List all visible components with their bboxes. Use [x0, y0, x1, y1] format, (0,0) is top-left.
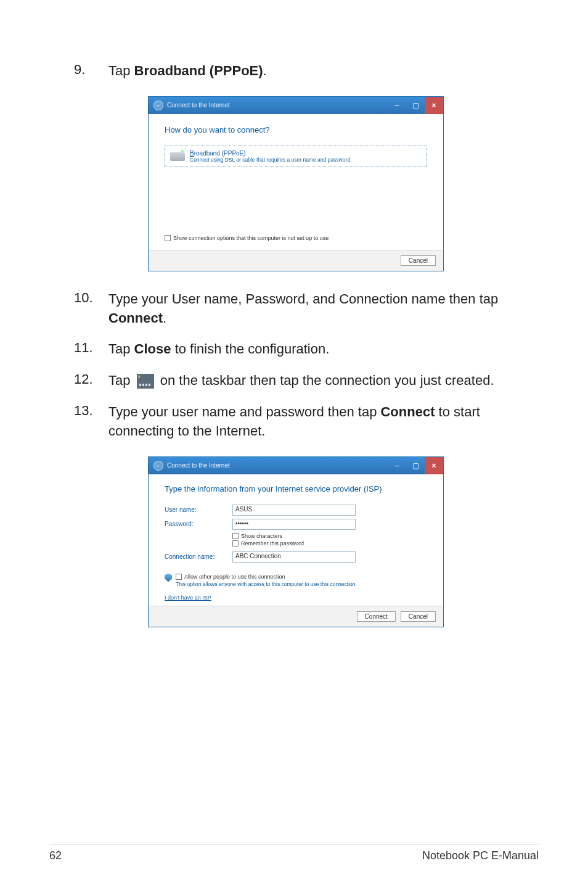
step-number: 10. — [74, 290, 108, 328]
step-text: Tap Close to finish the configuration. — [108, 340, 539, 359]
show-characters-checkbox[interactable]: Show characters — [232, 533, 427, 539]
step-number: 9. — [74, 62, 108, 81]
checkbox-icon[interactable] — [232, 540, 239, 547]
username-label: User name: — [165, 506, 232, 513]
checkbox-icon[interactable] — [232, 533, 239, 539]
password-label: Password: — [165, 521, 232, 527]
manual-title: Notebook PC E-Manual — [422, 849, 539, 862]
connect-button[interactable]: Connect — [357, 611, 396, 622]
back-button[interactable]: ← — [153, 461, 163, 471]
step-number: 12. — [74, 371, 108, 390]
step-number: 11. — [74, 340, 108, 359]
maximize-button[interactable]: ▢ — [406, 457, 425, 474]
step-text: Tap Broadband (PPPoE). — [108, 62, 539, 81]
remember-password-checkbox[interactable]: Remember this password — [232, 540, 427, 547]
titlebar[interactable]: ← Connect to the Internet – ▢ × — [149, 457, 443, 474]
dialog-window: ← Connect to the Internet – ▢ × Type the… — [148, 456, 444, 627]
allow-others-checkbox[interactable]: Allow other people to use this connectio… — [176, 574, 357, 580]
step-number: 13. — [74, 403, 108, 441]
back-button[interactable]: ← — [153, 101, 163, 110]
screenshot-isp-form: ← Connect to the Internet – ▢ × Type the… — [148, 456, 539, 627]
page-number: 62 — [49, 849, 62, 862]
option-title: BBroadband (PPPoE)roadband (PPPoE) — [190, 150, 351, 157]
username-input[interactable]: ASUS — [232, 505, 356, 516]
step-text: Tap on the taskbar then tap the connecti… — [108, 371, 539, 390]
dialog-window: ← Connect to the Internet – ▢ × How do y… — [148, 96, 444, 271]
dialog-heading: Type the information from your Internet … — [165, 484, 427, 493]
minimize-button[interactable]: – — [388, 97, 406, 114]
allow-others-subtitle: This option allows anyone with access to… — [176, 581, 357, 587]
window-title: Connect to the Internet — [167, 102, 230, 109]
network-taskbar-icon — [137, 374, 154, 389]
dialog-heading: How do you want to connect? — [165, 125, 427, 134]
cancel-button[interactable]: Cancel — [401, 255, 436, 266]
step-13: 13. Type your user name and password the… — [74, 403, 539, 441]
close-button[interactable]: × — [425, 457, 443, 474]
no-isp-link[interactable]: I don't have an ISP — [165, 595, 211, 601]
page-footer: 62 Notebook PC E-Manual — [49, 844, 539, 862]
titlebar[interactable]: ← Connect to the Internet – ▢ × — [149, 97, 443, 114]
step-text: Type your user name and password then ta… — [108, 403, 539, 441]
step-12: 12. Tap on the taskbar then tap the conn… — [74, 371, 539, 390]
checkbox-icon[interactable] — [176, 574, 182, 580]
connection-name-label: Connection name: — [165, 553, 232, 560]
step-11: 11. Tap Close to finish the configuratio… — [74, 340, 539, 359]
connection-name-input[interactable]: ABC Connection — [232, 551, 356, 563]
option-subtitle: Connect using DSL or cable that requires… — [190, 157, 351, 163]
maximize-button[interactable]: ▢ — [406, 97, 425, 114]
step-text: Type your User name, Password, and Conne… — [108, 290, 539, 328]
shield-icon — [165, 574, 172, 582]
step-9: 9. Tap Broadband (PPPoE). — [74, 62, 539, 81]
show-options-checkbox[interactable]: Show connection options that this comput… — [165, 235, 427, 241]
window-title: Connect to the Internet — [167, 462, 230, 469]
cancel-button[interactable]: Cancel — [401, 611, 436, 622]
password-input[interactable]: •••••• — [232, 519, 356, 530]
step-10: 10. Type your User name, Password, and C… — [74, 290, 539, 328]
broadband-option[interactable]: BBroadband (PPPoE)roadband (PPPoE) Conne… — [165, 146, 427, 167]
modem-icon — [170, 152, 185, 161]
screenshot-connect-type: ← Connect to the Internet – ▢ × How do y… — [148, 96, 539, 271]
close-button[interactable]: × — [425, 97, 443, 114]
checkbox-icon[interactable] — [165, 235, 171, 241]
minimize-button[interactable]: – — [388, 457, 406, 474]
